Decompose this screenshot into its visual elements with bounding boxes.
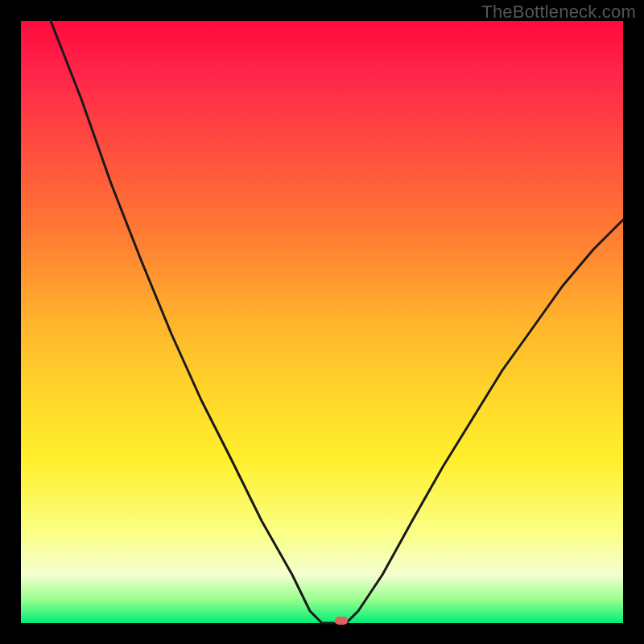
curve-layer <box>21 21 623 623</box>
curve-left <box>51 21 334 623</box>
curve-right <box>346 220 623 623</box>
minimum-marker <box>335 617 348 625</box>
plot-area <box>21 21 623 623</box>
watermark-text: TheBottleneck.com <box>481 2 636 23</box>
chart-frame: TheBottleneck.com <box>0 0 644 644</box>
